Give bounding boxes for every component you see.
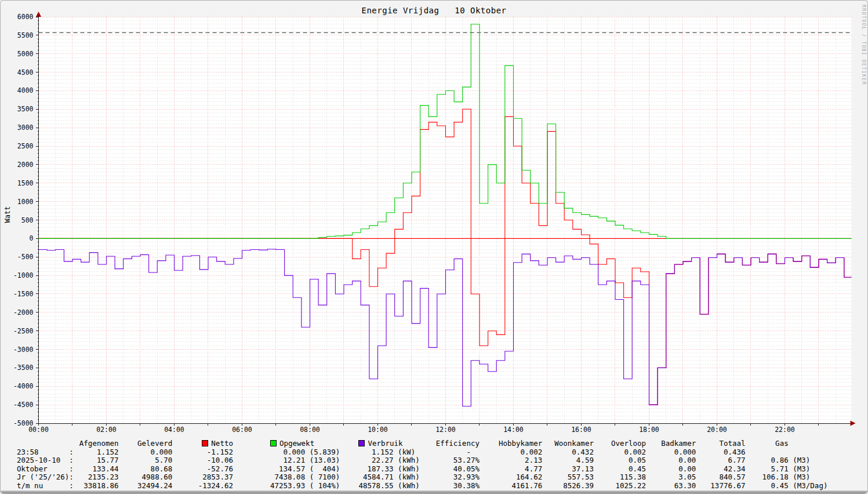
- statistics-table: AfgenomenGeleverdNettoOpgewektVerbruikEf…: [1, 439, 867, 491]
- table-cell: 0.000: [133, 448, 173, 457]
- table-cell: :: [69, 473, 74, 482]
- svg-text:4000: 4000: [17, 86, 34, 95]
- svg-text:08:00: 08:00: [300, 426, 320, 434]
- table-cell: 22.27 (kWh): [358, 456, 419, 465]
- svg-text:12:00: 12:00: [435, 426, 456, 434]
- table-row: Oktober:133.4480.68-52.76 134.57 ( 404) …: [1, 465, 867, 474]
- table-cell: -1324.62: [194, 482, 233, 491]
- table-cell: 187.33 (kWh): [358, 465, 419, 474]
- table-cell: 2.13: [499, 456, 542, 465]
- column-header: Totaal: [710, 439, 745, 448]
- svg-text:-4500: -4500: [13, 401, 34, 409]
- svg-text:-4000: -4000: [13, 382, 34, 390]
- table-cell: 0.86 (M3): [762, 456, 832, 465]
- column-header: Netto: [194, 439, 233, 448]
- table-cell: 32494.24: [133, 482, 173, 491]
- energy-chart-svg: 6000550050004500400035003000250020001500…: [1, 1, 867, 438]
- column-header: Hobbykamer: [499, 439, 542, 448]
- table-cell: 0.05: [611, 456, 646, 465]
- table-cell: 0.000 (5.839): [270, 448, 340, 457]
- table-cell: 557.53: [554, 473, 594, 482]
- table-cell: 13776.67: [710, 482, 745, 491]
- table-cell: 0.45: [611, 465, 646, 474]
- table-cell: 4.77: [499, 465, 542, 474]
- table-cell: 37.13: [554, 465, 594, 474]
- chart-plot-area: 6000550050004500400035003000250020001500…: [1, 1, 867, 441]
- svg-text:5500: 5500: [17, 31, 34, 39]
- column-header: Geleverd: [133, 439, 173, 448]
- table-cell: 0.00: [661, 465, 696, 474]
- svg-text:2500: 2500: [17, 142, 34, 150]
- svg-text:04:00: 04:00: [164, 426, 184, 434]
- svg-text:-3500: -3500: [13, 364, 34, 372]
- table-cell: 2135.23: [79, 473, 119, 482]
- table-cell: 12.21 (13.03): [270, 456, 340, 465]
- table-cell: 4161.76: [499, 482, 542, 491]
- table-cell: 40.05%: [436, 465, 480, 474]
- svg-text:500: 500: [21, 216, 34, 224]
- svg-text:4500: 4500: [17, 68, 34, 77]
- table-cell: 0.00: [661, 456, 696, 465]
- table-cell: 4.59: [554, 456, 594, 465]
- table-cell: 0.432: [554, 448, 594, 457]
- svg-text:2000: 2000: [17, 161, 34, 169]
- table-cell: -1.152: [194, 448, 233, 457]
- table-cell: 33818.86: [79, 482, 119, 491]
- legend-swatch-opgewekt: [270, 440, 277, 446]
- table-row: 23:58:1.1520.000-1.152 0.000 (5.839) 1.1…: [1, 448, 867, 457]
- svg-text:1000: 1000: [17, 198, 34, 206]
- table-cell: 4988.60: [133, 473, 173, 482]
- column-header: Gas: [762, 439, 832, 448]
- table-cell: 47253.93 ( 104%): [270, 482, 340, 491]
- svg-text:20:00: 20:00: [707, 426, 727, 434]
- table-cell: :: [69, 465, 74, 474]
- svg-text:-500: -500: [17, 253, 34, 261]
- svg-text:00:00: 00:00: [28, 426, 49, 434]
- svg-text:22:00: 22:00: [775, 426, 795, 434]
- svg-text:-3000: -3000: [13, 346, 34, 354]
- table-cell: -52.76: [194, 465, 233, 474]
- x-axis-arrow: [851, 421, 856, 426]
- table-cell: t/m nu: [17, 482, 69, 491]
- table-cell: 30.38%: [436, 482, 480, 491]
- table-cell: 4584.71 (kWh): [358, 473, 419, 482]
- table-row: Jr ('25/'26):2135.234988.602853.37 7438.…: [1, 473, 867, 482]
- column-header: Verbruik: [358, 439, 419, 448]
- table-cell: 63.30: [661, 482, 696, 491]
- table-cell: 5.70: [133, 456, 173, 465]
- column-header: Woonkamer: [554, 439, 594, 448]
- table-cell: 0.45 (M3/Dag): [762, 482, 832, 491]
- column-header: Efficiency: [436, 439, 480, 448]
- table-cell: 164.62: [499, 473, 542, 482]
- svg-text:5000: 5000: [17, 50, 34, 58]
- table-cell: 133.44: [79, 465, 119, 474]
- svg-text:1500: 1500: [17, 179, 34, 187]
- table-cell: 32.93%: [436, 473, 480, 482]
- table-cell: Jr ('25/'26): [17, 473, 69, 482]
- table-cell: 15.77: [79, 456, 119, 465]
- y-axis-arrow: [36, 12, 41, 17]
- table-cell: 0.002: [611, 448, 646, 457]
- table-cell: 134.57 ( 404): [270, 465, 340, 474]
- table-cell: :: [69, 482, 74, 491]
- svg-text:-2000: -2000: [13, 308, 34, 317]
- table-cell: :: [69, 448, 74, 457]
- table-cell: -: [436, 448, 480, 457]
- column-header: Opgewekt: [270, 439, 340, 448]
- table-cell: 6.77: [710, 456, 745, 465]
- svg-text:14:00: 14:00: [503, 426, 524, 434]
- rrdtool-graph: Energie Vrijdag 10 Oktober Watt RRDTOOL …: [0, 0, 868, 494]
- table-cell: :: [69, 456, 74, 465]
- table-row: t/m nu:33818.8632494.24-1324.6247253.93 …: [1, 482, 867, 491]
- table-cell: 2853.37: [194, 473, 233, 482]
- column-header: Overloop: [611, 439, 646, 448]
- svg-text:-1000: -1000: [13, 271, 34, 279]
- svg-text:3000: 3000: [17, 124, 34, 132]
- svg-text:0: 0: [30, 234, 34, 242]
- table-row: 2025-10-10:15.775.70-10.06 12.21 (13.03)…: [1, 456, 867, 465]
- legend-swatch-netto: [202, 440, 208, 446]
- svg-text:06:00: 06:00: [232, 426, 252, 434]
- table-cell: 0.436: [710, 448, 745, 457]
- legend-swatch-verbruik: [358, 440, 365, 446]
- table-cell: 106.18 (M3): [762, 473, 832, 482]
